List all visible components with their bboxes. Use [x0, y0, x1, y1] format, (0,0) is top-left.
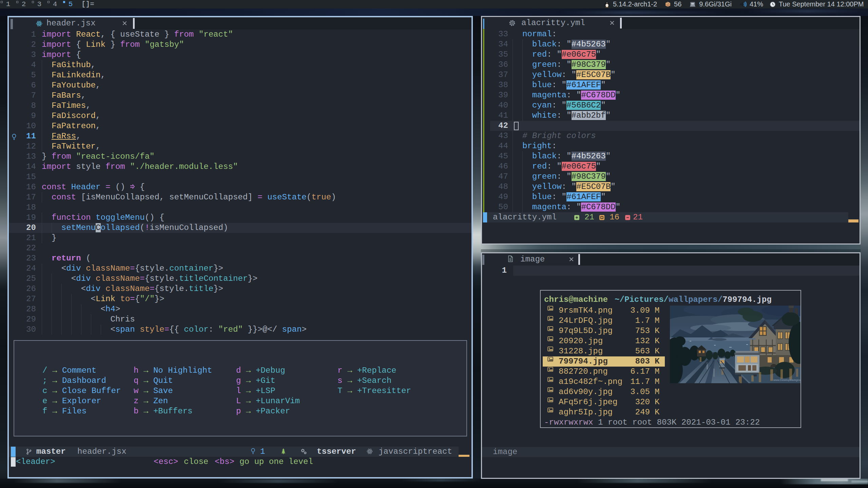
svg-text:www.DesktopBackground.org: www.DesktopBackground.org: [773, 378, 801, 382]
